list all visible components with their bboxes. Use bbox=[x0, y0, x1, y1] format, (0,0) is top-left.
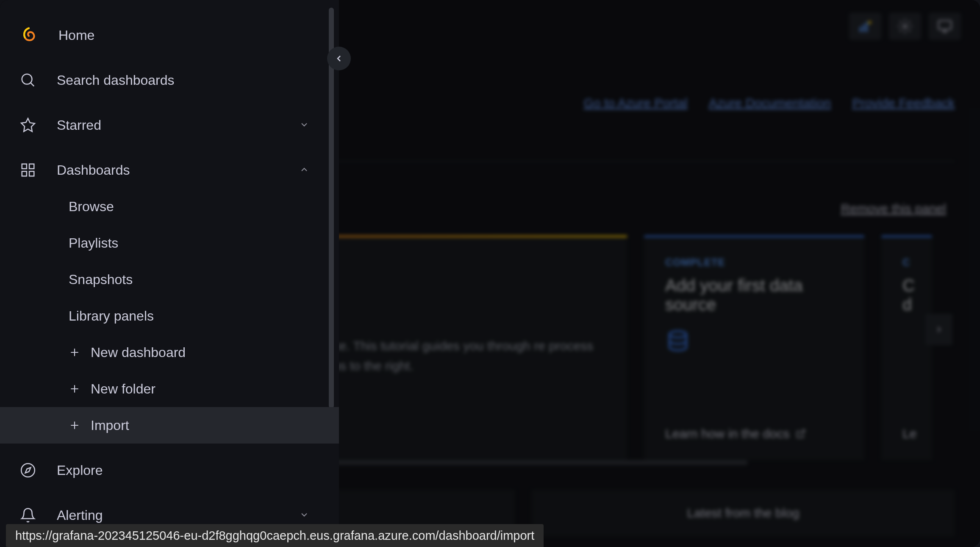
nav-snapshots-label: Snapshots bbox=[69, 272, 133, 287]
nav-dashboards-label: Dashboards bbox=[57, 162, 130, 178]
svg-point-11 bbox=[21, 463, 35, 477]
sidebar: Home Search dashboards Starred Dashboar bbox=[0, 0, 339, 547]
nav-dashboards[interactable]: Dashboards bbox=[0, 152, 339, 188]
nav-library-panels[interactable]: Library panels bbox=[0, 298, 339, 334]
bell-icon bbox=[19, 507, 36, 524]
nav-new-folder-label: New folder bbox=[91, 381, 155, 397]
nav-library-panels-label: Library panels bbox=[69, 308, 154, 324]
search-icon bbox=[19, 72, 36, 89]
nav-home[interactable]: Home bbox=[0, 17, 339, 53]
nav-starred-label: Starred bbox=[57, 117, 101, 133]
nav-starred[interactable]: Starred bbox=[0, 107, 339, 143]
statusbar-url: https://grafana-202345125046-eu-d2f8gghq… bbox=[6, 524, 544, 547]
nav-search-label: Search dashboards bbox=[57, 73, 175, 88]
nav-home-label: Home bbox=[58, 28, 94, 43]
svg-rect-8 bbox=[29, 164, 34, 169]
nav-new-dashboard-label: New dashboard bbox=[91, 345, 186, 360]
nav-search[interactable]: Search dashboards bbox=[0, 62, 339, 98]
nav-playlists-label: Playlists bbox=[69, 235, 118, 251]
nav-explore[interactable]: Explore bbox=[0, 452, 339, 488]
svg-point-6 bbox=[22, 74, 32, 84]
nav-import[interactable]: Import bbox=[0, 407, 339, 444]
nav-snapshots[interactable]: Snapshots bbox=[0, 261, 339, 298]
chevron-up-icon bbox=[299, 162, 309, 178]
nav-browse-label: Browse bbox=[69, 199, 114, 215]
svg-rect-10 bbox=[29, 171, 34, 176]
nav-new-folder[interactable]: New folder bbox=[0, 371, 339, 407]
chevron-down-icon bbox=[299, 508, 309, 523]
plus-icon bbox=[69, 420, 81, 431]
grafana-logo-icon bbox=[19, 26, 38, 45]
nav-browse[interactable]: Browse bbox=[0, 188, 339, 225]
nav-new-dashboard[interactable]: New dashboard bbox=[0, 334, 339, 371]
chevron-down-icon bbox=[299, 117, 309, 133]
star-icon bbox=[19, 117, 36, 134]
collapse-sidebar-button[interactable] bbox=[327, 47, 351, 70]
plus-icon bbox=[69, 347, 81, 358]
nav-playlists[interactable]: Playlists bbox=[0, 225, 339, 261]
compass-icon bbox=[19, 462, 36, 479]
dashboards-icon bbox=[19, 162, 36, 179]
nav-explore-label: Explore bbox=[57, 463, 103, 478]
svg-rect-9 bbox=[22, 171, 27, 176]
plus-icon bbox=[69, 383, 81, 394]
nav-import-label: Import bbox=[91, 418, 129, 433]
svg-rect-7 bbox=[22, 164, 27, 169]
nav-alerting-label: Alerting bbox=[57, 508, 103, 523]
